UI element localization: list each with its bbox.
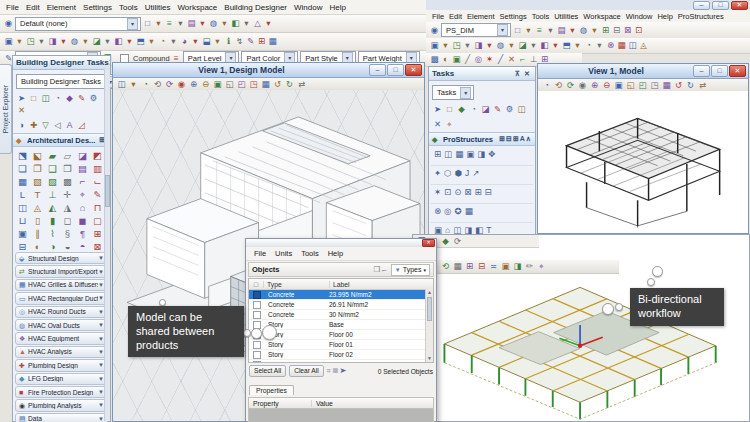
tool-icon[interactable]: ◍	[208, 18, 219, 29]
tool-icon[interactable]: ≡	[164, 18, 175, 29]
tool-icon[interactable]: ◩	[90, 149, 105, 162]
tool-icon[interactable]: ▾	[128, 79, 139, 90]
menu-item[interactable]: Settings	[500, 12, 527, 21]
table-row[interactable]: Parametric Section UB500	[249, 360, 426, 362]
menu-item[interactable]: Utilities	[145, 3, 171, 12]
tool-icon[interactable]: ◕	[179, 36, 190, 47]
table-scrollbar[interactable]: ▲▼	[425, 289, 433, 362]
tool-icon[interactable]: ✕	[432, 119, 443, 130]
tool-icon[interactable]: ◔	[583, 40, 594, 51]
view-titlebar[interactable]: View 1, Design Model – □ ✕	[113, 63, 424, 78]
task-group[interactable]: ◍ HVAC Oval Ducts ▼	[15, 319, 108, 331]
tool-icon[interactable]: ⊖	[601, 80, 612, 91]
tool-icon[interactable]: ▩	[429, 54, 440, 65]
tool-icon[interactable]: ❏	[15, 162, 30, 175]
eye-icon[interactable]: ◉	[429, 25, 440, 36]
tool-icon[interactable]: ⬓	[201, 36, 212, 47]
tool-icon[interactable]: ⌐	[517, 54, 528, 65]
tool-icon[interactable]: ↻	[685, 80, 696, 91]
tool-icon[interactable]: ▨	[45, 175, 60, 188]
tool-icon[interactable]: ◭	[45, 201, 60, 214]
tool-icon[interactable]: ▾	[197, 18, 208, 29]
tool-icon[interactable]: ⇄	[296, 79, 307, 90]
tool-icon[interactable]: ▦	[616, 40, 627, 51]
menu-item[interactable]: Tools	[119, 3, 138, 12]
task-group[interactable]: ■ Fire Protection Design ▼	[15, 386, 108, 398]
tool-icon[interactable]: ◻	[60, 214, 75, 227]
menu-item[interactable]: Window	[294, 3, 322, 12]
architectural-section-header[interactable]: ◆ Architectural Des... ⊞⊟⊞A∧	[13, 133, 110, 147]
tool-icon[interactable]: ◱	[224, 79, 235, 90]
table-row[interactable]: Concrete 23.995 N/mm2	[249, 290, 426, 300]
tool-icon[interactable]: △	[252, 18, 263, 29]
tool-icon[interactable]: ◰	[637, 80, 648, 91]
tool-icon[interactable]: ✎	[245, 36, 256, 47]
tool-icon[interactable]: □	[512, 25, 523, 36]
close-button[interactable]: ✕	[731, 1, 748, 10]
menu-item[interactable]: Workspace	[583, 12, 620, 21]
tool-icon[interactable]: ▣	[451, 54, 462, 65]
model-canvas[interactable]	[538, 91, 748, 233]
tool-icon[interactable]: ↯	[234, 36, 245, 47]
tool-icon[interactable]: ◪	[91, 36, 102, 47]
close-button[interactable]: ✕	[729, 65, 746, 77]
tool-icon[interactable]: ◨	[47, 36, 58, 47]
tool-icon[interactable]: ≡	[534, 25, 545, 36]
tool-icon[interactable]: ▾	[462, 40, 473, 51]
tool-icon[interactable]: ▣	[212, 79, 223, 90]
row-checkbox[interactable]	[253, 341, 261, 349]
tool-icon[interactable]: ◳	[451, 40, 462, 51]
tool-icon[interactable]: ◔	[140, 79, 151, 90]
minimize-button[interactable]: –	[369, 64, 386, 76]
tool-icon[interactable]: ⟳	[164, 79, 175, 90]
tool-icon[interactable]: ⌙	[90, 175, 105, 188]
maximize-button[interactable]: □	[387, 64, 404, 76]
tool-icon[interactable]: ▾	[168, 36, 179, 47]
tool-icon[interactable]: ◔	[157, 36, 168, 47]
tool-icon[interactable]: ⊡	[633, 25, 644, 36]
table-row[interactable]: Concrete 30 N/mm2	[249, 310, 426, 320]
tool-icon[interactable]: ❐	[30, 162, 45, 175]
tool-icon[interactable]: ▤	[75, 162, 90, 175]
row-checkbox[interactable]	[253, 291, 261, 299]
tool-icon[interactable]: ▦	[260, 79, 271, 90]
tool-icon[interactable]: ⊕	[188, 79, 199, 90]
menu-item[interactable]: File	[432, 12, 444, 21]
menu-item[interactable]: Window	[626, 12, 653, 21]
tool-icon[interactable]: ✕	[16, 105, 27, 116]
task-group[interactable]: ❖ HVAC Equipment ▼	[15, 332, 108, 344]
tool-icon[interactable]: ⌖	[444, 119, 455, 130]
tool-icon[interactable]: ✕	[506, 54, 517, 65]
tool-icon[interactable]: ▾	[594, 40, 605, 51]
cluster-icons[interactable]: ✦⬡⬢J↗	[434, 168, 482, 178]
menu-item[interactable]: Help	[328, 249, 343, 258]
tool-icon[interactable]: ⊞	[600, 25, 611, 36]
select-all-checkbox-header[interactable]: ☐	[249, 281, 264, 288]
tool-icon[interactable]: □	[142, 18, 153, 29]
tool-icon[interactable]: ▾	[190, 36, 201, 47]
task-group[interactable]: ⇄ Structural Import/Export ▼	[15, 265, 108, 277]
tool-icon[interactable]: ⌇	[45, 227, 60, 240]
tool-icon[interactable]: ▾	[506, 40, 517, 51]
project-explorer-tab[interactable]: Project Explorer	[0, 64, 12, 154]
tool-icon[interactable]: ▦	[15, 175, 30, 188]
tool-icon[interactable]: ⇄	[697, 80, 708, 91]
menu-item[interactable]: Tools	[532, 12, 550, 21]
menu-item[interactable]: Units	[275, 249, 292, 258]
tool-icon[interactable]: ⚙	[88, 93, 99, 104]
prostructures-section-header[interactable]: ◆ ProStructures ⊞⊟⊞A∧	[429, 132, 535, 146]
menu-item[interactable]: Element	[467, 12, 495, 21]
row-checkbox[interactable]	[253, 311, 261, 319]
tool-icon[interactable]: ↺	[673, 80, 684, 91]
tool-icon[interactable]: ▾	[241, 18, 252, 29]
tool-icon[interactable]: ➤	[432, 104, 443, 115]
tool-icon[interactable]: ◫	[627, 40, 638, 51]
pin-icon[interactable]: ⊼	[109, 58, 110, 68]
tool-icon[interactable]: ⬕	[30, 149, 45, 162]
task-group[interactable]: ▭ HVAC Rectangular Ducts ▼	[15, 292, 108, 304]
types-filter[interactable]: ▼ Types ▾	[391, 264, 430, 276]
tool-icon[interactable]: ◍	[495, 40, 506, 51]
tool-icon[interactable]: ▾	[219, 18, 230, 29]
tool-icon[interactable]: ◍	[69, 36, 80, 47]
tool-icon[interactable]: ▾	[589, 25, 600, 36]
